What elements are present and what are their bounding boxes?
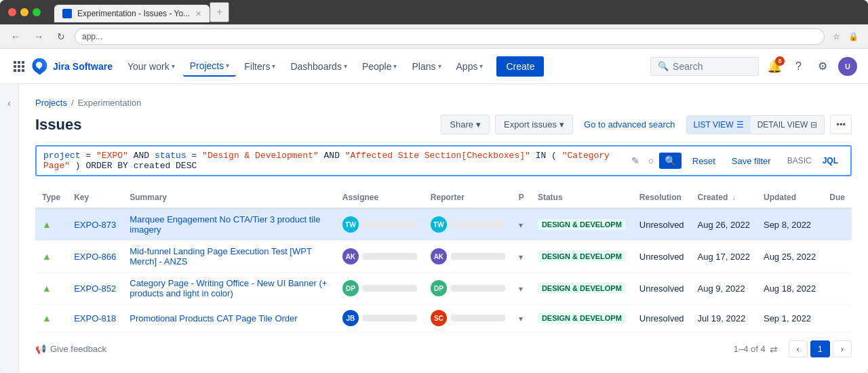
cell-summary[interactable]: Mid-funnel Landing Page Execution Test [… [123, 241, 336, 273]
table-row[interactable]: ▲ EXPO-852 Category Page - Writing Offic… [35, 273, 852, 305]
cell-assignee: DP [336, 273, 424, 305]
basic-mode-button[interactable]: BASIC [782, 153, 817, 168]
active-tab[interactable]: Experimentation - Issues - Yo... ✕ [54, 5, 210, 22]
notifications-badge: 8 [775, 56, 785, 66]
page-1-button[interactable]: 1 [810, 340, 830, 357]
address-bar[interactable]: app... [75, 28, 825, 45]
maximize-window-button[interactable] [33, 8, 41, 16]
table-row[interactable]: ▲ EXPO-866 Mid-funnel Landing Page Execu… [35, 241, 852, 273]
issue-key-link[interactable]: EXPO-873 [74, 220, 116, 230]
logo-text: Jira Software [53, 61, 113, 72]
jql-search-button[interactable]: 🔍 [659, 153, 682, 169]
cell-key[interactable]: EXPO-852 [67, 273, 123, 305]
issue-summary-link[interactable]: Mid-funnel Landing Page Execution Test [… [130, 246, 311, 267]
cell-key[interactable]: EXPO-818 [67, 305, 123, 332]
nav-logo[interactable]: Jira Software [30, 57, 113, 76]
bookmark-button[interactable]: ☆ [830, 31, 843, 43]
col-updated[interactable]: Updated [757, 187, 823, 208]
priority-dropdown[interactable]: ▾ [519, 284, 523, 294]
nav-item-people[interactable]: People ▾ [355, 57, 404, 76]
cell-reporter: AK [424, 241, 512, 273]
issue-summary-link[interactable]: Promotional Products CAT Page Tile Order [130, 313, 297, 323]
refresh-pagination-button[interactable]: ⇄ [770, 344, 778, 355]
more-options-button[interactable]: ••• [830, 115, 852, 134]
nav-item-filters[interactable]: Filters ▾ [237, 57, 282, 76]
export-issues-button[interactable]: Export issues ▾ [495, 115, 573, 134]
created-date: Aug 17, 2022 [698, 252, 750, 262]
forward-button[interactable]: → [30, 28, 47, 45]
cell-key[interactable]: EXPO-866 [67, 241, 123, 273]
cell-priority[interactable]: ▾ [512, 208, 531, 241]
col-status[interactable]: Status [531, 187, 633, 208]
jql-bar[interactable]: project = "EXPO" AND status = "Design & … [35, 145, 852, 176]
advanced-search-button[interactable]: Go to advanced search [578, 115, 680, 134]
address-text: app... [82, 32, 102, 41]
sidebar-toggle-button[interactable]: ‹ [0, 84, 19, 373]
cell-summary[interactable]: Promotional Products CAT Page Tile Order [123, 305, 336, 332]
cell-summary[interactable]: Marquee Engagement No CTA/Tier 3 product… [123, 208, 336, 241]
col-resolution[interactable]: Resolution [633, 187, 691, 208]
col-assignee[interactable]: Assignee [336, 187, 424, 208]
priority-dropdown[interactable]: ▾ [519, 252, 523, 262]
detail-view-button[interactable]: DETAIL VIEW ⊟ [751, 116, 825, 134]
user-avatar[interactable]: U [838, 57, 857, 76]
give-feedback-button[interactable]: 📢 Give feedback [35, 344, 106, 354]
issue-summary-link[interactable]: Marquee Engagement No CTA/Tier 3 product… [130, 214, 320, 235]
priority-dropdown[interactable]: ▾ [519, 314, 523, 323]
prev-page-button[interactable]: ‹ [789, 340, 808, 357]
extension-button[interactable]: 🔒 [846, 31, 861, 43]
col-reporter[interactable]: Reporter [424, 187, 512, 208]
back-button[interactable]: ← [7, 28, 24, 45]
save-filter-button[interactable]: Save filter [726, 153, 776, 169]
notifications-button[interactable]: 🔔 8 [764, 56, 785, 77]
new-tab-button[interactable]: + [210, 2, 229, 22]
cell-priority[interactable]: ▾ [512, 241, 531, 273]
cell-summary[interactable]: Category Page - Writing Office - New UI … [123, 273, 336, 305]
help-button[interactable]: ? [790, 58, 807, 75]
issue-key-link[interactable]: EXPO-818 [74, 313, 116, 323]
search-box[interactable]: 🔍 Search [650, 57, 759, 76]
jql-mode-button[interactable]: JQL [817, 153, 844, 168]
jql-clear-button[interactable]: ○ [645, 154, 656, 168]
nav-item-projects[interactable]: Projects ▾ [183, 56, 237, 77]
nav-item-dashboards[interactable]: Dashboards ▾ [283, 57, 354, 76]
nav-item-plans[interactable]: Plans ▾ [405, 57, 448, 76]
col-key[interactable]: Key [67, 187, 123, 208]
table-row[interactable]: ▲ EXPO-873 Marquee Engagement No CTA/Tie… [35, 208, 852, 241]
table-row[interactable]: ▲ EXPO-818 Promotional Products CAT Page… [35, 305, 852, 332]
create-button[interactable]: Create [496, 56, 544, 77]
breadcrumb-projects-link[interactable]: Projects [35, 98, 67, 108]
next-page-button[interactable]: › [833, 340, 852, 357]
story-type-icon: ▲ [42, 219, 52, 230]
issue-key-link[interactable]: EXPO-852 [74, 283, 116, 294]
minimize-window-button[interactable] [20, 8, 28, 16]
reset-button[interactable]: Reset [687, 153, 721, 169]
cell-priority[interactable]: ▾ [512, 305, 531, 332]
apps-grid-icon[interactable] [11, 58, 27, 75]
col-created[interactable]: Created ↓ [691, 187, 757, 208]
nav-item-your-work[interactable]: Your work ▾ [121, 57, 182, 76]
assignee-avatar: AK [342, 248, 359, 264]
col-summary[interactable]: Summary [123, 187, 336, 208]
list-view-button[interactable]: LIST VIEW ☰ [687, 116, 751, 134]
refresh-button[interactable]: ↻ [53, 28, 69, 45]
cell-key[interactable]: EXPO-873 [67, 208, 123, 241]
issue-summary-link[interactable]: Category Page - Writing Office - New UI … [130, 278, 327, 298]
priority-dropdown[interactable]: ▾ [519, 220, 523, 230]
share-button[interactable]: Share ▾ [441, 115, 490, 134]
jql-edit-button[interactable]: ✎ [629, 154, 642, 168]
settings-button[interactable]: ⚙ [812, 57, 833, 75]
close-window-button[interactable] [8, 8, 16, 16]
main-content: Jira Software Your work ▾ Projects ▾ Fil… [0, 49, 868, 373]
tab-close-button[interactable]: ✕ [195, 9, 201, 18]
status-badge: DESIGN & DEVELOPM [538, 219, 626, 230]
issue-key-link[interactable]: EXPO-866 [74, 252, 116, 262]
col-due[interactable]: Due [823, 187, 852, 208]
cell-priority[interactable]: ▾ [512, 273, 531, 305]
cell-updated: Aug 18, 2022 [757, 273, 823, 305]
projects-label: Projects [190, 60, 224, 71]
col-priority[interactable]: P [512, 187, 531, 208]
cell-due [823, 305, 852, 332]
nav-item-apps[interactable]: Apps ▾ [450, 57, 490, 76]
tab-title: Experimentation - Issues - Yo... [77, 9, 190, 18]
